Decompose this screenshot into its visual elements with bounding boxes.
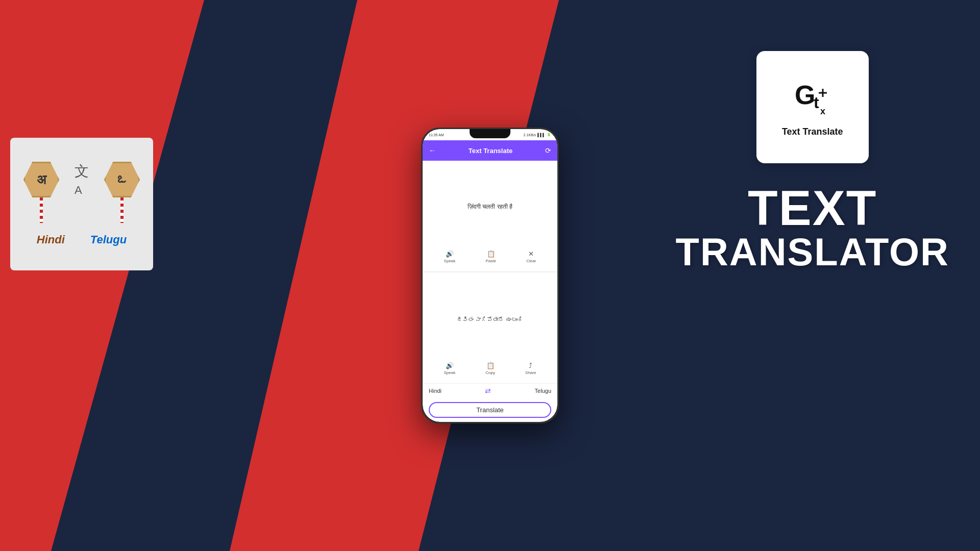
phone-device: 11:35 AM 2.1KB/s ▌▌▌ 🔋 ← Text Translate … xyxy=(421,128,559,423)
telugu-pole xyxy=(120,197,124,223)
gt-logo: G t x xyxy=(792,78,833,118)
telugu-hex: ఒ xyxy=(104,162,140,197)
status-right: 2.1KB/s ▌▌▌ 🔋 xyxy=(524,133,551,137)
gt-card: G t x Text Translate xyxy=(756,51,869,163)
source-language[interactable]: Hindi xyxy=(429,388,442,394)
telugu-symbol: ఒ xyxy=(115,172,129,188)
translate-button[interactable]: Translate xyxy=(429,402,551,418)
svg-text:t: t xyxy=(814,93,819,112)
telugu-label: Telugu xyxy=(90,233,127,246)
source-text[interactable]: ज़िंदगी चलती रहती है xyxy=(429,167,551,246)
speak-label-bottom: Speak xyxy=(444,370,456,375)
phone-screen: 11:35 AM 2.1KB/s ▌▌▌ 🔋 ← Text Translate … xyxy=(423,129,557,422)
phone-mockup: 11:35 AM 2.1KB/s ▌▌▌ 🔋 ← Text Translate … xyxy=(421,128,559,423)
gt-logo-svg: G t x xyxy=(792,78,833,118)
language-selector[interactable]: Hindi ⇄ Telugu xyxy=(423,383,557,398)
app-title: Text Translate xyxy=(436,147,545,155)
swap-languages-icon[interactable]: ⇄ xyxy=(485,387,491,395)
translated-text: జీవితం సాగిపోతూనే ఉంటుంది xyxy=(429,279,551,360)
speak-button-bottom[interactable]: 🔊 Speak xyxy=(444,362,456,375)
battery-icon: 🔋 xyxy=(547,133,551,137)
app-header: ← Text Translate ⟳ xyxy=(423,140,557,161)
paste-label: Paste xyxy=(486,259,496,263)
source-action-buttons: 🔊 Speak 📋 Paste ✕ Clear xyxy=(429,246,551,265)
translate-center-icon: 文A xyxy=(75,162,89,197)
clear-label: Clear xyxy=(526,259,536,263)
copy-icon: 📋 xyxy=(486,362,495,369)
speak-icon-bottom: 🔊 xyxy=(446,362,454,369)
big-text-line2: TRANSLATOR xyxy=(676,233,950,271)
paste-button[interactable]: 📋 Paste xyxy=(486,250,496,263)
hindi-label: Hindi xyxy=(37,233,65,246)
clear-icon: ✕ xyxy=(528,250,534,258)
wifi-icon: ▌▌▌ xyxy=(537,133,545,137)
phone-notch xyxy=(470,129,510,138)
paste-icon: 📋 xyxy=(487,250,495,258)
hindi-hex: अ xyxy=(23,162,59,197)
speak-icon-top: 🔊 xyxy=(446,250,454,258)
back-icon[interactable]: ← xyxy=(429,146,436,155)
speak-label-top: Speak xyxy=(444,259,456,263)
share-label: Share xyxy=(525,370,536,375)
history-icon[interactable]: ⟳ xyxy=(545,146,551,155)
share-icon: ⤴ xyxy=(529,362,532,369)
hindi-symbol: अ xyxy=(37,172,46,188)
big-text-line1: TEXT xyxy=(676,184,950,233)
translated-action-buttons: 🔊 Speak 📋 Copy ⤴ Share xyxy=(429,360,551,377)
svg-text:G: G xyxy=(795,80,815,110)
share-button[interactable]: ⤴ Share xyxy=(525,362,536,375)
signal-text: 2.1KB/s xyxy=(524,133,536,137)
source-text-section: ज़िंदगी चलती रहती है 🔊 Speak 📋 Paste ✕ C… xyxy=(423,161,557,272)
status-time: 11:35 AM xyxy=(429,133,444,137)
right-panel: G t x Text Translate TEXT TRANSLATOR xyxy=(676,51,950,271)
copy-label: Copy xyxy=(485,370,495,375)
copy-button[interactable]: 📋 Copy xyxy=(485,362,495,375)
gt-card-title: Text Translate xyxy=(782,127,843,137)
hindi-sign: अ xyxy=(23,162,59,223)
translated-text-section: జీవితం సాగిపోతూనే ఉంటుంది 🔊 Speak 📋 Copy… xyxy=(423,272,557,383)
target-language[interactable]: Telugu xyxy=(535,388,551,394)
svg-text:x: x xyxy=(820,106,825,116)
telugu-sign: ఒ xyxy=(104,162,140,223)
big-text-container: TEXT TRANSLATOR xyxy=(676,184,950,271)
left-language-panel: अ 文A ఒ Hindi Telugu xyxy=(10,138,153,270)
lang-icons: अ 文A ఒ xyxy=(23,162,140,223)
hindi-pole xyxy=(40,197,43,223)
lang-labels: Hindi Telugu xyxy=(37,233,127,246)
speak-button-top[interactable]: 🔊 Speak xyxy=(444,250,456,263)
clear-button[interactable]: ✕ Clear xyxy=(526,250,536,263)
